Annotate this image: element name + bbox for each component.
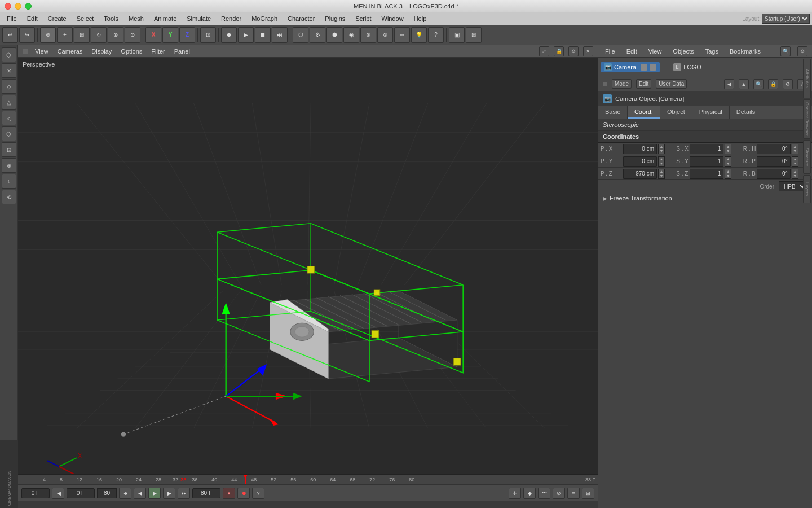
transform-tool[interactable]: ⊗ — [108, 27, 123, 43]
tool-5[interactable]: ⬡ — [2, 126, 16, 141]
transport-key-btn[interactable]: ◆ — [523, 488, 536, 499]
attributes-tab[interactable]: Attributes — [803, 59, 811, 98]
py-spinner[interactable]: ▲▼ — [658, 156, 665, 167]
layout-select[interactable]: Startup (User) — [762, 14, 810, 24]
axis-tool[interactable]: ⊙ — [125, 27, 140, 43]
sz-spinner[interactable]: ▲▼ — [725, 169, 731, 179]
menu-create[interactable]: Create — [43, 14, 71, 23]
obj-menu-view[interactable]: View — [646, 47, 664, 56]
sx-spinner[interactable]: ▲▼ — [725, 144, 731, 154]
menu-edit[interactable]: Edit — [23, 14, 42, 23]
obj-menu-edit[interactable]: Edit — [624, 47, 639, 56]
menu-mesh[interactable]: Mesh — [124, 14, 148, 23]
view-mode-2[interactable]: ⚙ — [310, 27, 325, 43]
obj-menu-tags[interactable]: Tags — [703, 47, 721, 56]
structure-tab[interactable]: Structure — [803, 140, 811, 174]
redo-button[interactable]: ↪ — [19, 27, 35, 43]
anim-record-btn[interactable]: ⏺ — [221, 27, 237, 43]
prop-userdata-btn[interactable]: User Data — [656, 79, 687, 89]
view-mode-7[interactable]: ∞ — [394, 27, 410, 43]
vp-menu-filter[interactable]: Filter — [149, 47, 167, 56]
minimize-button[interactable] — [15, 3, 21, 10]
tab-physical[interactable]: Physical — [692, 106, 730, 119]
menu-script[interactable]: Script — [351, 14, 376, 23]
prop-nav-prev[interactable]: ◀ — [724, 79, 734, 89]
anim-play-btn[interactable]: ▶ — [238, 27, 254, 43]
obj-menu-file[interactable]: File — [603, 47, 617, 56]
px-input[interactable] — [623, 144, 657, 154]
camera-object-item[interactable]: 📷 Camera — [601, 62, 660, 72]
py-input[interactable] — [623, 156, 657, 167]
vp-menu-cameras[interactable]: Cameras — [55, 47, 85, 56]
menu-render[interactable]: Render — [217, 14, 246, 23]
world-coords-btn[interactable]: ⊡ — [200, 27, 216, 43]
tab-object[interactable]: Object — [660, 106, 692, 119]
vp-menu-display[interactable]: Display — [89, 47, 114, 56]
anim-stop-btn[interactable]: ⏹ — [255, 27, 271, 43]
transport-curve-btn[interactable]: 〜 — [538, 488, 550, 499]
3d-viewport[interactable]: Perspective — [18, 58, 598, 474]
tool-1[interactable]: ✕ — [2, 63, 16, 78]
transport-prev-key[interactable]: |◀ — [52, 488, 64, 499]
transport-next-frame[interactable]: ▶ — [163, 488, 175, 499]
menu-help[interactable]: Help — [409, 14, 431, 23]
vp-settings-btn[interactable]: ⚙ — [568, 46, 579, 56]
view-mode-3[interactable]: ⬢ — [326, 27, 342, 43]
sz-input[interactable] — [690, 169, 723, 179]
rp-input[interactable] — [757, 156, 791, 167]
freeze-transformation-row[interactable]: ▶ Freeze Transformation — [598, 192, 812, 204]
tab-details[interactable]: Details — [730, 106, 763, 119]
rh-spinner[interactable]: ▲▼ — [792, 144, 798, 154]
prop-settings-btn[interactable]: ⚙ — [783, 79, 793, 89]
transport-forward-end[interactable]: ⏭ — [178, 488, 190, 499]
vp-expand-btn[interactable]: ⤢ — [539, 46, 549, 56]
timeline[interactable]: 4 8 12 16 20 24 28 32 33 36 40 44 48 52 … — [18, 474, 598, 508]
pz-input[interactable] — [623, 169, 657, 179]
transport-extra-btn[interactable]: ⊞ — [582, 488, 594, 499]
transport-record-btn[interactable]: ● — [223, 488, 235, 499]
tool-9[interactable]: ⟲ — [2, 190, 16, 204]
start-frame-input[interactable] — [21, 488, 50, 498]
light-btn[interactable]: 💡 — [411, 27, 427, 43]
menu-select[interactable]: Select — [72, 14, 99, 23]
prop-edit-btn[interactable]: Edit — [636, 79, 651, 89]
tool-6[interactable]: ⊡ — [2, 142, 16, 157]
rp-spinner[interactable]: ▲▼ — [792, 156, 798, 167]
menu-animate[interactable]: Animate — [149, 14, 181, 23]
menu-window[interactable]: Window — [377, 14, 408, 23]
view-mode-5[interactable]: ⊛ — [360, 27, 376, 43]
menu-simulate[interactable]: Simulate — [182, 14, 215, 23]
logo-object-item[interactable]: L LOGO — [664, 62, 705, 72]
view-single[interactable]: ▣ — [449, 27, 465, 43]
menu-character[interactable]: Character — [283, 14, 319, 23]
help-btn[interactable]: ? — [428, 27, 444, 43]
z-axis-btn[interactable]: Z — [179, 27, 195, 43]
tab-basic[interactable]: Basic — [598, 106, 628, 119]
vp-lock-btn[interactable]: 🔒 — [554, 46, 564, 56]
end-frame-input[interactable] — [192, 488, 220, 498]
prop-lock-btn[interactable]: 🔒 — [768, 79, 778, 89]
view-mode-4[interactable]: ◉ — [343, 27, 359, 43]
fps-display[interactable] — [97, 488, 117, 498]
rb-spinner[interactable]: ▲▼ — [792, 169, 798, 179]
obj-search-btn[interactable]: 🔍 — [780, 46, 791, 56]
obj-settings-btn[interactable]: ⚙ — [797, 46, 807, 56]
add-tool[interactable]: + — [57, 27, 73, 43]
obj-menu-bookmarks[interactable]: Bookmarks — [727, 47, 763, 56]
tab-coord[interactable]: Coord. — [628, 106, 660, 119]
y-axis-btn[interactable]: Y — [162, 27, 178, 43]
transport-rewind-end[interactable]: ⏮ — [119, 488, 131, 499]
transport-prev-frame[interactable]: ◀ — [134, 488, 146, 499]
anim-forward-btn[interactable]: ⏭ — [272, 27, 288, 43]
layers-tab[interactable]: Layers — [803, 175, 811, 203]
sy-input[interactable] — [690, 156, 723, 167]
undo-button[interactable]: ↩ — [2, 27, 18, 43]
transport-help-btn[interactable]: ? — [252, 488, 264, 499]
maximize-button[interactable] — [25, 3, 32, 10]
rb-input[interactable] — [757, 169, 791, 179]
transport-snap-btn[interactable]: ✛ — [509, 488, 521, 499]
view-mode-6[interactable]: ⊜ — [377, 27, 393, 43]
view-quad[interactable]: ⊞ — [466, 27, 482, 43]
current-frame-input[interactable] — [67, 488, 95, 498]
tool-3[interactable]: △ — [2, 95, 16, 110]
